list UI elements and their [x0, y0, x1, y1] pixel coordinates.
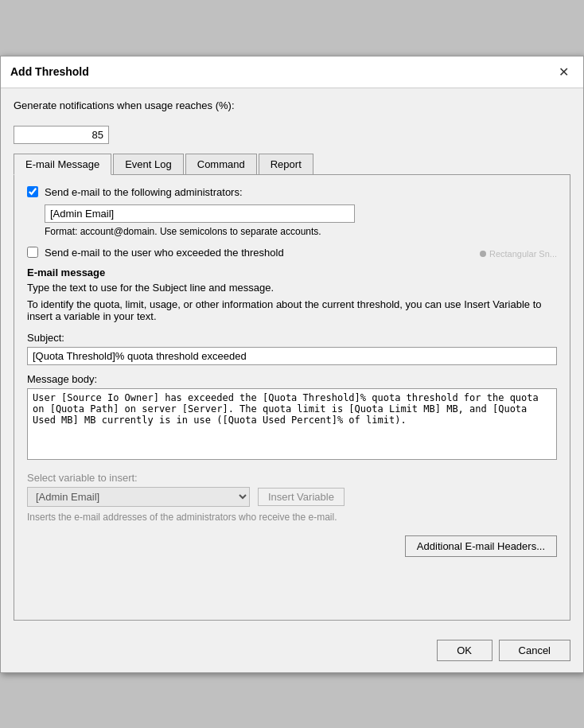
title-bar: Add Threshold ✕ [1, 56, 583, 88]
send-admins-checkbox[interactable] [27, 186, 38, 197]
tab-eventlog[interactable]: Event Log [113, 154, 184, 174]
send-user-checkbox[interactable] [27, 247, 38, 258]
threshold-row: Generate notifications when usage reache… [14, 99, 570, 116]
snip-dot [480, 251, 486, 257]
ok-button[interactable]: OK [437, 640, 493, 661]
add-threshold-dialog: Add Threshold ✕ Generate notifications w… [0, 56, 584, 673]
send-admins-row: Send e-mail to the following administrat… [27, 186, 557, 198]
additional-email-headers-button[interactable]: Additional E-mail Headers... [405, 535, 557, 557]
dialog-body: Generate notifications when usage reache… [1, 88, 583, 632]
desc2: To identify the quota, limit, usage, or … [27, 298, 557, 322]
subject-input[interactable] [27, 347, 557, 365]
dialog-footer: OK Cancel [1, 632, 583, 672]
tab-command[interactable]: Command [185, 154, 257, 174]
variable-label: Select variable to insert: [27, 472, 557, 484]
bottom-buttons: Additional E-mail Headers... [27, 535, 557, 557]
tab-email[interactable]: E-mail Message [14, 154, 111, 175]
send-admins-label: Send e-mail to the following administrat… [45, 186, 243, 198]
format-hint: Format: account@domain. Use semicolons t… [45, 226, 557, 237]
desc1: Type the text to use for the Subject lin… [27, 282, 557, 294]
rectangular-snip-hint: Rectangular Sn... [480, 249, 557, 259]
variable-select[interactable]: [Admin Email] [27, 487, 250, 507]
tab-report[interactable]: Report [259, 154, 313, 174]
variable-section: Select variable to insert: [Admin Email]… [27, 472, 557, 523]
email-message-section-label: E-mail message [27, 267, 557, 278]
variable-row: [Admin Email] Insert Variable [27, 487, 557, 507]
tab-content-email: Send e-mail to the following administrat… [14, 175, 570, 621]
send-user-row: Send e-mail to the user who exceeded the… [27, 247, 557, 259]
insert-variable-button[interactable]: Insert Variable [258, 488, 345, 506]
threshold-input[interactable] [14, 126, 109, 144]
message-body-textarea[interactable]: User [Source Io Owner] has exceeded the … [27, 388, 557, 460]
cancel-button[interactable]: Cancel [499, 640, 570, 661]
dialog-title: Add Threshold [10, 65, 89, 78]
message-body-label: Message body: [27, 373, 557, 385]
admin-email-input[interactable] [45, 204, 355, 223]
threshold-label: Generate notifications when usage reache… [14, 99, 235, 111]
close-button[interactable]: ✕ [554, 63, 574, 81]
insert-hint: Inserts the e-mail addresses of the admi… [27, 512, 557, 523]
send-user-label: Send e-mail to the user who exceeded the… [45, 247, 284, 259]
tab-bar: E-mail Message Event Log Command Report [14, 154, 570, 175]
subject-label: Subject: [27, 332, 557, 344]
